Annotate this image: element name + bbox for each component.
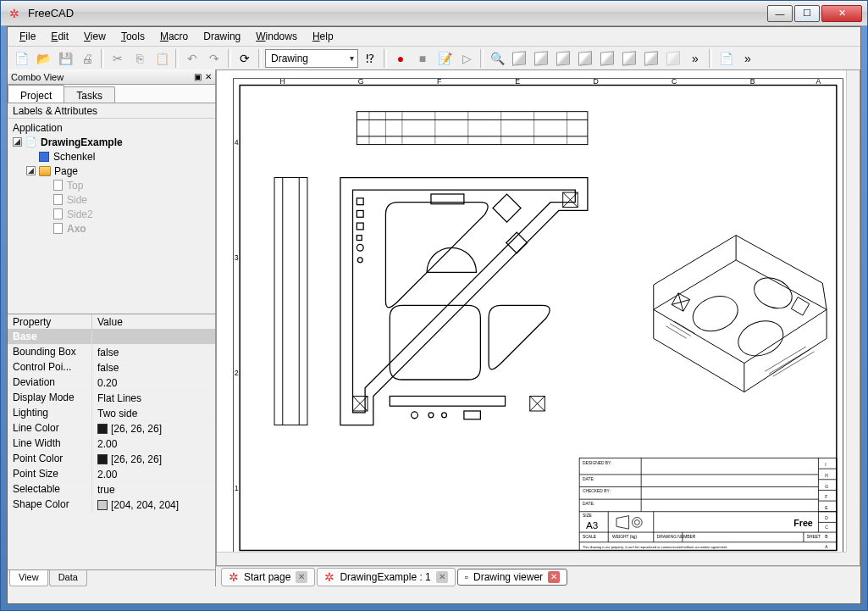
vertical-scrollbar[interactable] bbox=[846, 70, 860, 552]
tree-view-side2[interactable]: Side2 bbox=[9, 207, 213, 221]
svg-text:WEIGHT (kg): WEIGHT (kg) bbox=[612, 535, 637, 539]
prop-row[interactable]: Control Poi...false bbox=[8, 360, 215, 375]
refresh-button[interactable]: ⟳ bbox=[235, 48, 255, 69]
tree-view-axo[interactable]: Axo bbox=[9, 221, 213, 236]
svg-point-46 bbox=[412, 412, 418, 419]
minimize-button[interactable]: — bbox=[767, 5, 793, 22]
tree-document[interactable]: ◢📄DrawingExample bbox=[9, 135, 213, 149]
toolbar-overflow-icon[interactable]: » bbox=[685, 48, 705, 69]
new-button[interactable]: 📄 bbox=[11, 48, 31, 69]
menu-file[interactable]: File bbox=[13, 29, 42, 44]
svg-text:A3: A3 bbox=[586, 519, 598, 530]
svg-point-47 bbox=[428, 413, 434, 418]
svg-text:SCALE: SCALE bbox=[583, 535, 597, 539]
drawing-canvas[interactable]: HGFEDCBA HGFEDCBA 4321 bbox=[216, 69, 860, 566]
svg-text:Free: Free bbox=[793, 518, 813, 528]
menu-tools[interactable]: Tools bbox=[114, 29, 152, 44]
prop-row[interactable]: LightingTwo side bbox=[8, 406, 215, 421]
drawing-sheet-svg: HGFEDCBA HGFEDCBA 4321 bbox=[217, 70, 860, 565]
undock-icon[interactable]: ▣ bbox=[194, 72, 202, 81]
close-button[interactable]: ✕ bbox=[821, 5, 862, 22]
close-tab-icon[interactable]: ✕ bbox=[548, 571, 560, 583]
prop-row[interactable]: Line Width2.00 bbox=[8, 436, 215, 452]
cut-button[interactable]: ✂ bbox=[108, 48, 128, 69]
macros-button[interactable]: 📝 bbox=[434, 48, 455, 69]
view-front-button[interactable] bbox=[531, 48, 551, 69]
svg-text:B: B bbox=[825, 535, 827, 539]
maximize-button[interactable]: ☐ bbox=[794, 5, 820, 22]
print-button[interactable]: 🖨 bbox=[77, 48, 97, 69]
new-page-button[interactable]: 📄 bbox=[716, 48, 736, 69]
close-tab-icon[interactable]: ✕ bbox=[436, 571, 448, 583]
view-rear-button[interactable] bbox=[597, 48, 617, 69]
horizontal-scrollbar[interactable] bbox=[217, 552, 846, 565]
prop-row[interactable]: Line Color[26, 26, 26] bbox=[8, 421, 215, 436]
tree-page[interactable]: ◢Page bbox=[9, 164, 213, 178]
zoom-fit-button[interactable]: 🔍 bbox=[487, 48, 507, 69]
window-title: FreeCAD bbox=[28, 7, 767, 19]
view-iso-button[interactable] bbox=[509, 48, 529, 69]
save-button[interactable]: 💾 bbox=[55, 48, 75, 69]
view-top-button[interactable] bbox=[553, 48, 573, 69]
view-right-button[interactable] bbox=[575, 48, 595, 69]
svg-point-59 bbox=[688, 291, 743, 337]
prop-tab-data[interactable]: Data bbox=[49, 570, 87, 586]
tree-part-schenkel[interactable]: Schenkel bbox=[9, 149, 213, 164]
tree-application[interactable]: Application bbox=[9, 120, 213, 135]
doc-tab-example[interactable]: ✲DrawingExample : 1✕ bbox=[317, 568, 455, 586]
doc-tab-start[interactable]: ✲Start page✕ bbox=[221, 568, 315, 586]
run-macro-button[interactable]: ▷ bbox=[456, 48, 477, 69]
prop-row[interactable]: Selectabletrue bbox=[8, 482, 215, 497]
svg-point-60 bbox=[733, 315, 788, 362]
paste-button[interactable]: 📋 bbox=[152, 48, 172, 69]
property-panel: Property Value BaseBounding BoxfalseCont… bbox=[8, 314, 215, 586]
labels-header: Labels & Attributes bbox=[8, 103, 215, 119]
svg-rect-39 bbox=[357, 236, 362, 241]
prop-row[interactable]: Point Size2.00 bbox=[8, 467, 215, 482]
prop-header-value[interactable]: Value bbox=[92, 314, 128, 329]
menu-edit[interactable]: Edit bbox=[44, 29, 75, 44]
prop-row[interactable]: Display ModeFlat Lines bbox=[8, 391, 215, 406]
svg-text:G: G bbox=[825, 485, 828, 489]
svg-text:3: 3 bbox=[235, 253, 239, 262]
menu-drawing[interactable]: Drawing bbox=[196, 29, 247, 44]
svg-text:D: D bbox=[593, 77, 598, 86]
redo-button[interactable]: ↷ bbox=[204, 48, 224, 69]
close-panel-icon[interactable]: ✕ bbox=[205, 72, 212, 81]
record-macro-button[interactable]: ● bbox=[390, 48, 411, 69]
menu-help[interactable]: Help bbox=[306, 29, 340, 44]
prop-row[interactable]: Point Color[26, 26, 26] bbox=[8, 452, 215, 467]
svg-text:G: G bbox=[358, 77, 364, 86]
prop-row[interactable]: Bounding Boxfalse bbox=[8, 345, 215, 360]
main-toolbar: 📄 📂 💾 🖨 ✂ ⎘ 📋 ↶ ↷ ⟳ Drawing ⁉ ● ■ 📝 ▷ 🔍 bbox=[8, 46, 860, 69]
tree-view-top[interactable]: Top bbox=[9, 178, 213, 192]
toolbar-overflow2-icon[interactable]: » bbox=[738, 48, 758, 69]
doc-tab-viewer[interactable]: ▫Drawing viewer✕ bbox=[457, 569, 567, 586]
menu-view[interactable]: View bbox=[77, 29, 113, 44]
view-left-button[interactable] bbox=[641, 48, 661, 69]
prop-header-property[interactable]: Property bbox=[8, 314, 92, 329]
whatsthis-button[interactable]: ⁉ bbox=[360, 48, 380, 69]
undo-button[interactable]: ↶ bbox=[182, 48, 202, 69]
stop-macro-button[interactable]: ■ bbox=[412, 48, 433, 69]
workbench-selector[interactable]: Drawing bbox=[265, 49, 358, 68]
svg-rect-42 bbox=[493, 194, 521, 222]
tab-project[interactable]: Project bbox=[8, 85, 64, 103]
tree-view-side[interactable]: Side bbox=[9, 192, 213, 207]
menu-macro[interactable]: Macro bbox=[153, 29, 195, 44]
svg-line-67 bbox=[765, 347, 806, 371]
prop-row[interactable]: Shape Color[204, 204, 204] bbox=[8, 497, 215, 513]
open-button[interactable]: 📂 bbox=[33, 48, 53, 69]
close-tab-icon[interactable]: ✕ bbox=[296, 571, 307, 583]
prop-tab-view[interactable]: View bbox=[9, 570, 48, 586]
view-bottom-button[interactable] bbox=[619, 48, 639, 69]
combo-tabs: Project Tasks bbox=[8, 85, 215, 103]
view-extra-button[interactable] bbox=[663, 48, 683, 69]
project-tree[interactable]: Application ◢📄DrawingExample Schenkel ◢P… bbox=[8, 119, 215, 314]
prop-row[interactable]: Deviation0.20 bbox=[8, 375, 215, 391]
tab-tasks[interactable]: Tasks bbox=[64, 86, 115, 103]
gear-icon: ✲ bbox=[229, 570, 239, 584]
copy-button[interactable]: ⎘ bbox=[130, 48, 150, 69]
svg-text:C: C bbox=[672, 77, 677, 86]
menu-windows[interactable]: Windows bbox=[249, 29, 304, 44]
